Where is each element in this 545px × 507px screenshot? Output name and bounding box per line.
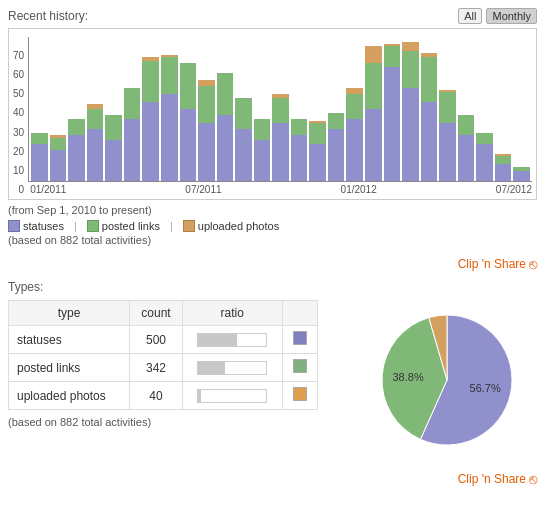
bar-group: [439, 90, 456, 181]
date-range: (from Sep 1, 2010 to present): [8, 204, 537, 216]
bar-group: [50, 135, 67, 181]
bar-segment: [458, 115, 475, 136]
bar-group: [402, 42, 419, 181]
ratio-bar-fill: [198, 334, 237, 346]
ratio-bar-fill: [198, 362, 224, 374]
clip-share: Clip 'n Share ⎋: [8, 256, 537, 272]
bar-group: [31, 133, 48, 181]
bar-segment: [476, 133, 493, 143]
posted-links-legend-box: [87, 220, 99, 232]
bar-group: [365, 46, 382, 181]
header-controls: All Monthly: [458, 8, 537, 24]
cell-color: [282, 326, 317, 354]
col-count: count: [129, 301, 182, 326]
color-box: [293, 387, 307, 401]
bar-group: [161, 55, 178, 181]
monthly-button[interactable]: Monthly: [486, 8, 537, 24]
types-content: type count ratio statuses500posted links…: [8, 300, 537, 463]
types-label: Types:: [8, 280, 537, 294]
cell-ratio: [183, 382, 283, 410]
x-axis-label: 01/2012: [341, 184, 377, 195]
x-axis-label: 01/2011: [30, 184, 66, 195]
table-row: statuses500: [9, 326, 318, 354]
bar-segment: [198, 86, 215, 123]
cell-color: [282, 354, 317, 382]
bar-group: [124, 88, 141, 181]
ratio-bar-container: [197, 389, 267, 403]
posted-links-legend-label: posted links: [102, 220, 160, 232]
bar-group: [458, 115, 475, 181]
clip-share-bottom: Clip 'n Share ⎋: [8, 471, 537, 487]
ratio-bar-container: [197, 333, 267, 347]
bar-group: [476, 133, 493, 181]
chart-area: 0 10 20 30 40 50 60 70 01/201107/201101/…: [8, 28, 537, 200]
clip-share-link[interactable]: Clip 'n Share ⎋: [458, 256, 537, 272]
color-box: [293, 331, 307, 345]
bar-group: [87, 104, 104, 181]
bar-segment: [346, 94, 363, 119]
x-axis: 01/201107/201101/201207/2012: [28, 184, 532, 195]
uploaded-photos-legend-label: uploaded photos: [198, 220, 279, 232]
bar-group: [105, 115, 122, 181]
share-icon: ⎋: [529, 256, 537, 272]
cell-count: 342: [129, 354, 182, 382]
bar-group: [346, 88, 363, 181]
bar-segment: [235, 98, 252, 129]
ratio-bar-container: [197, 361, 267, 375]
bar-group: [68, 119, 85, 181]
bar-group: [272, 94, 289, 181]
bar-segment: [272, 98, 289, 123]
clip-share-label-bottom: Clip 'n Share: [458, 472, 526, 486]
bar-group: [235, 98, 252, 181]
bar-segment: [458, 135, 475, 181]
bar-segment: [328, 113, 345, 130]
bar-segment: [254, 119, 271, 140]
cell-count: 40: [129, 382, 182, 410]
total-activities2: (based on 882 total activities): [8, 416, 351, 428]
bar-segment: [254, 140, 271, 181]
ratio-bar-fill: [198, 390, 201, 402]
table-row: posted links342: [9, 354, 318, 382]
bar-segment: [142, 102, 159, 181]
bar-segment: [365, 109, 382, 182]
bar-segment: [31, 133, 48, 143]
legend-statuses: statuses: [8, 220, 64, 232]
chart-container: 0 10 20 30 40 50 60 70 01/201107/201101/…: [13, 35, 532, 195]
bar-segment: [402, 42, 419, 50]
pie-label: 56.7%: [470, 382, 501, 394]
total-activities: (based on 882 total activities): [8, 234, 537, 246]
bar-segment: [328, 129, 345, 181]
bar-segment: [272, 123, 289, 181]
cell-ratio: [183, 326, 283, 354]
bar-segment: [87, 109, 104, 130]
bar-segment: [365, 63, 382, 109]
bar-segment: [384, 67, 401, 181]
bar-segment: [439, 123, 456, 181]
bar-segment: [513, 171, 530, 181]
cell-count: 500: [129, 326, 182, 354]
bar-segment: [180, 63, 197, 109]
col-ratio: ratio: [183, 301, 283, 326]
bar-segment: [235, 129, 252, 181]
bar-group: [291, 119, 308, 181]
all-button[interactable]: All: [458, 8, 482, 24]
clip-share-link-bottom[interactable]: Clip 'n Share ⎋: [458, 471, 537, 487]
col-color: [282, 301, 317, 326]
pie-container: 56.7%38.8%: [367, 300, 537, 463]
bar-segment: [309, 123, 326, 144]
col-type: type: [9, 301, 130, 326]
cell-type: statuses: [9, 326, 130, 354]
x-axis-label: 07/2012: [496, 184, 532, 195]
bar-segment: [346, 119, 363, 181]
types-table: type count ratio statuses500posted links…: [8, 300, 318, 410]
bar-segment: [124, 119, 141, 181]
bar-segment: [142, 61, 159, 102]
pie-chart: 56.7%38.8%: [367, 300, 527, 460]
bars-wrapper: 01/201107/201101/201207/2012: [28, 37, 532, 195]
bar-segment: [495, 164, 512, 181]
share-icon-bottom: ⎋: [529, 471, 537, 487]
bar-segment: [291, 135, 308, 181]
uploaded-photos-legend-box: [183, 220, 195, 232]
bar-segment: [124, 88, 141, 119]
table-header-row: type count ratio: [9, 301, 318, 326]
